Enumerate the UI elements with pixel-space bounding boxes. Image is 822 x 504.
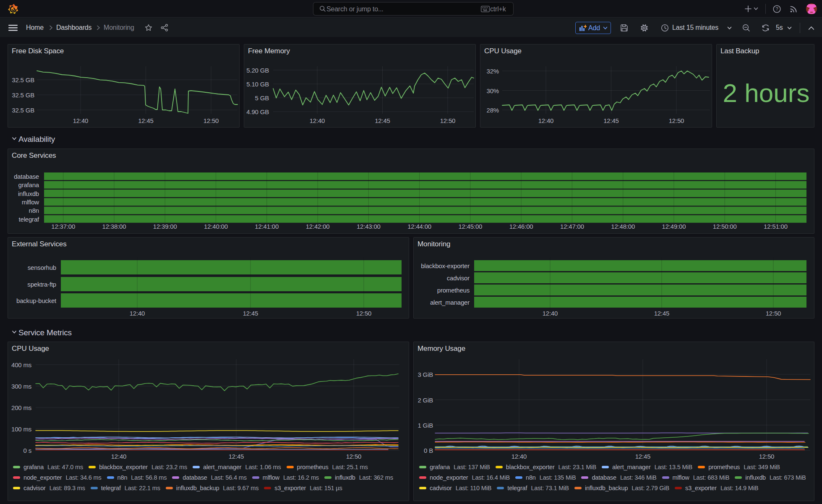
svg-text:?: ? [775,6,778,11]
